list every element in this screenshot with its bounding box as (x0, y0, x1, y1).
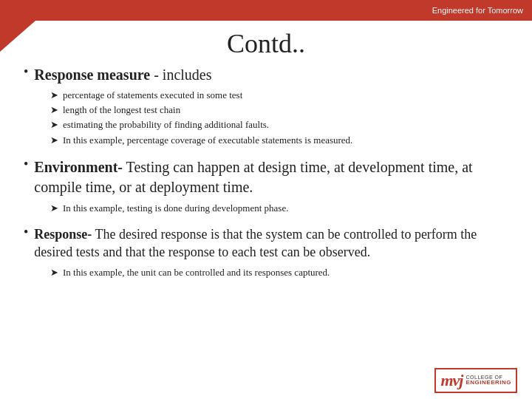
sub-bullets-3: ➤ In this example, the unit can be contr… (50, 266, 508, 279)
bold-environment: Environment- (34, 159, 123, 175)
normal-response-measure: - includes (150, 66, 211, 83)
bullet-text-1: Response measure - includes (34, 65, 211, 84)
sub-text-1-3: estimating the probability of finding ad… (63, 118, 269, 132)
header-tagline: Engineered for Tomorrow (432, 6, 523, 15)
arrow-icon-1-3: ➤ (50, 119, 58, 131)
section-response-measure: • Response measure - includes ➤ percenta… (24, 65, 508, 147)
sub-bullets-2: ➤ In this example, testing is done durin… (50, 202, 508, 215)
page-title: Contd.. (0, 21, 532, 59)
sub-bullet-1-3: ➤ estimating the probability of finding … (50, 118, 508, 132)
arrow-icon-1-2: ➤ (50, 104, 58, 116)
bullet-dot-1: • (24, 64, 28, 80)
sub-bullet-1-2: ➤ length of the longest test chain (50, 103, 508, 117)
bullet-text-3: Response- The desired response is that t… (34, 225, 508, 262)
bullet-main-2: • Environment- Testing can happen at des… (24, 157, 508, 197)
sub-text-1-4: In this example, percentage coverage of … (63, 134, 352, 147)
sub-bullet-3-1: ➤ In this example, the unit can be contr… (50, 266, 508, 279)
bullet-text-2: Environment- Testing can happen at desig… (34, 157, 508, 197)
sub-bullet-1-4: ➤ In this example, percentage coverage o… (50, 134, 508, 147)
logo-text-block: COLLEGE OF ENGINEERING (466, 375, 511, 386)
sub-text-1-2: length of the longest test chain (63, 103, 180, 117)
bullet-dot-3: • (24, 225, 28, 240)
bold-response: Response- (34, 227, 92, 242)
bullet-main-3: • Response- The desired response is that… (24, 225, 508, 262)
bullet-dot-2: • (24, 157, 28, 172)
logo-engineering-text: ENGINEERING (466, 380, 511, 386)
logo-mvj-text: mvj (440, 371, 463, 390)
bottom-logo: mvj COLLEGE OF ENGINEERING (434, 368, 517, 393)
header-bar: Engineered for Tomorrow (0, 0, 532, 21)
normal-response: The desired response is that the system … (34, 227, 477, 259)
sub-bullet-1-1: ➤ percentage of statements executed in s… (50, 89, 508, 102)
section-environment: • Environment- Testing can happen at des… (24, 157, 508, 215)
sub-text-1-1: percentage of statements executed in som… (63, 89, 242, 102)
arrow-icon-1-1: ➤ (50, 89, 58, 101)
sub-text-2-1: In this example, testing is done during … (63, 202, 288, 215)
arrow-icon-2-1: ➤ (50, 202, 58, 214)
bullet-main-1: • Response measure - includes (24, 65, 508, 84)
logo-box: mvj COLLEGE OF ENGINEERING (434, 368, 517, 393)
bold-response-measure: Response measure (34, 66, 150, 83)
sub-bullets-1: ➤ percentage of statements executed in s… (50, 89, 508, 147)
arrow-icon-3-1: ➤ (50, 267, 58, 279)
sub-text-3-1: In this example, the unit can be control… (63, 266, 330, 279)
main-content: • Response measure - includes ➤ percenta… (24, 65, 508, 355)
section-response: • Response- The desired response is that… (24, 225, 508, 279)
arrow-icon-1-4: ➤ (50, 134, 58, 146)
sub-bullet-2-1: ➤ In this example, testing is done durin… (50, 202, 508, 215)
